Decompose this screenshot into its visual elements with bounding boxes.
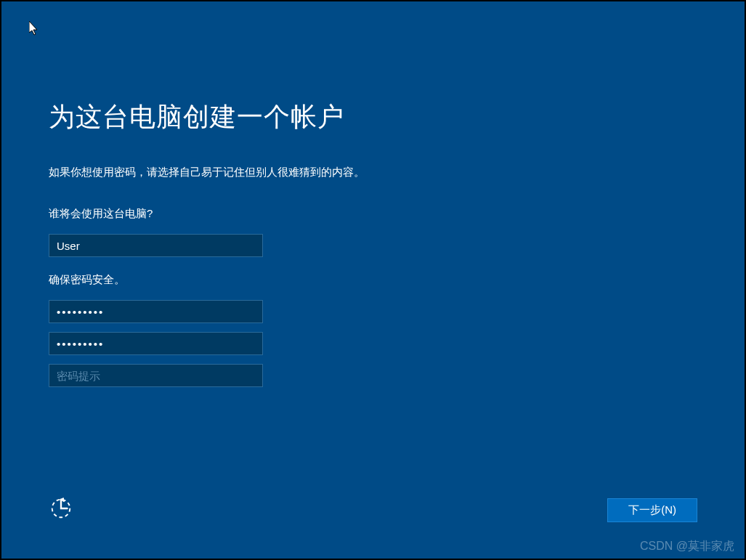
next-button[interactable]: 下一步(N) [607,498,697,522]
password-confirm-input[interactable] [49,332,263,355]
password-input[interactable] [49,300,263,323]
username-input[interactable] [49,234,263,257]
main-content: 为这台电脑创建一个帐户 如果你想使用密码，请选择自己易于记住但别人很难猜到的内容… [1,1,745,387]
username-label: 谁将会使用这台电脑? [49,207,697,221]
setup-screen: 为这台电脑创建一个帐户 如果你想使用密码，请选择自己易于记住但别人很难猜到的内容… [1,1,745,559]
footer-bar: 下一步(N) [49,496,697,524]
page-subtitle: 如果你想使用密码，请选择自己易于记住但别人很难猜到的内容。 [49,166,697,179]
password-hint-input[interactable] [49,364,263,387]
page-title: 为这台电脑创建一个帐户 [49,100,697,135]
ease-of-access-icon[interactable] [49,496,73,524]
password-section-label: 确保密码安全。 [49,273,697,287]
watermark-text: CSDN @莫非家虎 [640,539,734,554]
